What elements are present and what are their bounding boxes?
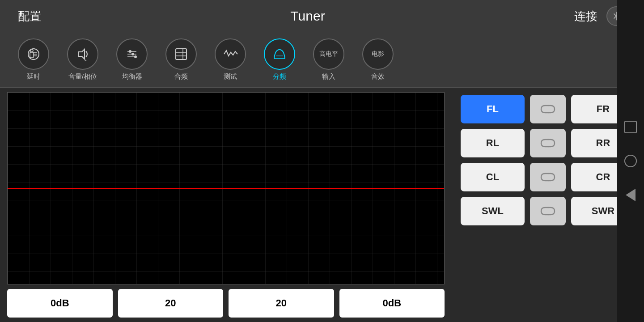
channel-row-rl-rr: RL RR	[461, 129, 635, 157]
chart-baseline	[8, 188, 444, 189]
nav-icon-eq	[116, 38, 148, 70]
nav-label-input: 输入	[322, 72, 335, 81]
square-icon	[624, 121, 637, 133]
ctrl-btn-4[interactable]: 0dB	[339, 289, 445, 318]
nav-label-test: 测试	[224, 72, 237, 81]
main-content: 0dB 20 20 0dB FL FR RL	[0, 88, 644, 322]
nav-label-mix: 合频	[174, 72, 188, 81]
nav-icon-mix	[165, 38, 197, 70]
ctrl-btn-2[interactable]: 20	[118, 289, 224, 318]
channel-btn-rl[interactable]: RL	[461, 129, 525, 157]
back-button[interactable]	[623, 187, 639, 203]
nav-item-movie[interactable]: 电影 音效	[353, 36, 402, 84]
svg-point-1	[30, 49, 33, 52]
bottom-controls: 0dB 20 20 0dB	[7, 289, 445, 318]
back-icon	[626, 189, 636, 201]
frequency-chart[interactable]	[7, 92, 445, 284]
svg-point-13	[131, 53, 134, 55]
recent-apps-button[interactable]	[623, 119, 639, 135]
nav-label-eq: 均衡器	[122, 72, 142, 81]
nav-item-input[interactable]: 高电平 输入	[304, 36, 353, 84]
channel-panel: FL FR RL	[452, 88, 644, 322]
svg-text:-: -	[81, 59, 82, 62]
nav-icon-crossover	[264, 38, 295, 70]
svg-point-14	[134, 55, 137, 58]
nav-icon-test	[215, 38, 246, 70]
svg-text:+: +	[85, 59, 87, 62]
svg-rect-15	[176, 49, 186, 59]
android-side-buttons	[617, 0, 644, 322]
page-title: Tuner	[290, 8, 325, 24]
svg-point-12	[129, 50, 131, 53]
link-btn-swl-swr[interactable]	[530, 197, 566, 225]
channel-row-swl-swr: SWL SWR	[461, 197, 635, 225]
nav-label-volume: 音量/相位	[68, 72, 97, 81]
nav-item-crossover[interactable]: 分频	[255, 36, 304, 84]
nav-icon-input-text: 高电平	[319, 50, 338, 58]
header: 配置 Tuner 连接	[0, 0, 644, 32]
channel-btn-cl[interactable]: CL	[461, 163, 525, 191]
nav-label-delay: 延时	[27, 72, 40, 81]
nav-item-test[interactable]: 测试	[206, 36, 255, 84]
channel-btn-fl[interactable]: FL	[461, 95, 525, 123]
channel-btn-swl[interactable]: SWL	[461, 197, 525, 225]
nav-bar: 延时 - + 音量/相位 均衡器	[0, 32, 644, 88]
channel-row-cl-cr: CL CR	[461, 163, 635, 191]
svg-marker-6	[78, 49, 85, 59]
nav-item-mix[interactable]: 合频	[157, 36, 206, 84]
nav-item-eq[interactable]: 均衡器	[107, 36, 157, 84]
nav-icon-movie-text: 电影	[372, 50, 384, 58]
nav-icon-delay	[18, 38, 49, 70]
channel-row-fl-fr: FL FR	[461, 95, 635, 123]
home-button[interactable]	[623, 153, 639, 169]
nav-item-volume[interactable]: - + 音量/相位	[58, 36, 107, 84]
nav-icon-movie: 电影	[362, 38, 394, 70]
nav-label-crossover: 分频	[273, 72, 286, 81]
ctrl-btn-3[interactable]: 20	[229, 289, 334, 318]
nav-label-movie: 音效	[371, 72, 385, 81]
ctrl-btn-1[interactable]: 0dB	[7, 289, 113, 318]
link-btn-rl-rr[interactable]	[530, 129, 566, 157]
nav-icon-input: 高电平	[313, 38, 344, 70]
chart-area: 0dB 20 20 0dB	[0, 88, 452, 322]
link-btn-fl-fr[interactable]	[530, 95, 566, 123]
circle-icon	[624, 155, 637, 167]
nav-item-delay[interactable]: 延时	[9, 36, 58, 84]
config-button[interactable]: 配置	[18, 8, 41, 24]
connect-label[interactable]: 连接	[574, 8, 597, 24]
nav-icon-volume: - +	[67, 38, 98, 70]
svg-rect-2	[30, 52, 34, 58]
link-btn-cl-cr[interactable]	[530, 163, 566, 191]
